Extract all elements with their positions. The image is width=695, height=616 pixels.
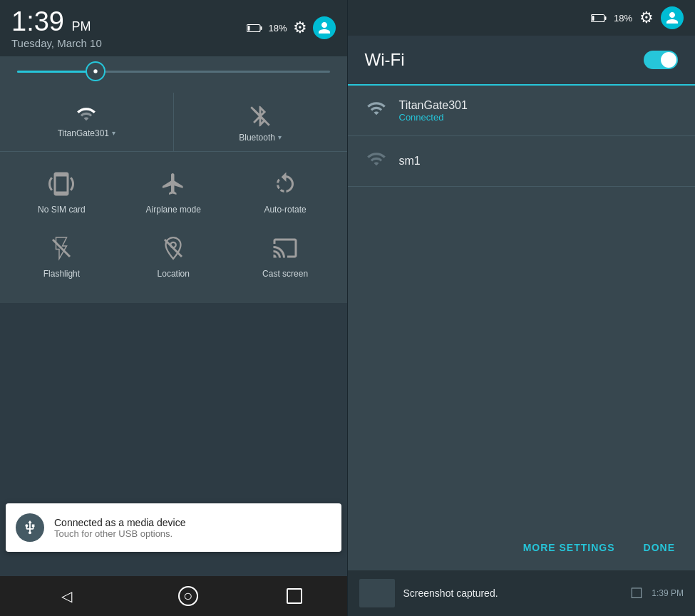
svg-rect-9 xyxy=(592,16,594,21)
notif-title: Connected as a media device xyxy=(54,517,331,528)
wifi-ssid: TitanGate301 xyxy=(58,128,109,138)
left-status-header: 1:39 PM Tuesday, March 10 18% ⚙ xyxy=(0,0,347,56)
wifi-toggle[interactable] xyxy=(644,51,678,69)
no-sim-label: No SIM card xyxy=(38,205,86,215)
network-titangate[interactable]: TitanGate301 Connected xyxy=(348,86,696,136)
sm1-wifi-icon xyxy=(365,149,388,173)
wifi-bt-row: TitanGate301 ▾ Bluetooth ▾ xyxy=(0,93,347,152)
recents-button[interactable]: □ xyxy=(287,588,302,604)
battery-icon xyxy=(247,24,262,33)
right-settings-icon[interactable]: ⚙ xyxy=(639,9,654,27)
airplane-icon xyxy=(158,169,188,199)
no-sim-icon xyxy=(46,169,76,199)
bt-label: Bluetooth ▾ xyxy=(239,133,282,143)
right-battery-icon xyxy=(591,14,607,23)
cast-icon xyxy=(270,233,300,263)
done-button[interactable]: DONE xyxy=(641,536,678,559)
screenshot-check-icon: ☐ xyxy=(630,585,643,602)
slider-fill xyxy=(17,71,96,73)
tile-airplane[interactable]: Airplane mode xyxy=(118,158,230,222)
titangate-status: Connected xyxy=(399,112,468,123)
screenshot-notification[interactable]: Screenshot captured. ☐ 1:39 PM xyxy=(348,570,696,616)
svg-rect-1 xyxy=(261,26,262,30)
airplane-label: Airplane mode xyxy=(146,205,201,215)
cast-label: Cast screen xyxy=(262,269,308,279)
screenshot-thumbnail xyxy=(359,579,395,607)
wifi-tile[interactable]: TitanGate301 ▾ xyxy=(0,93,174,151)
brightness-row xyxy=(0,56,347,87)
flashlight-icon xyxy=(46,233,76,263)
usb-notification[interactable]: Connected as a media device Touch for ot… xyxy=(6,503,341,552)
wifi-icon xyxy=(73,104,99,124)
titangate-wifi-icon xyxy=(365,98,388,123)
time-period: PM xyxy=(72,19,91,34)
quick-settings-panel: TitanGate301 ▾ Bluetooth ▾ xyxy=(0,87,347,303)
tile-no-sim[interactable]: No SIM card xyxy=(6,158,118,222)
more-settings-button[interactable]: MORE SETTINGS xyxy=(520,536,618,559)
battery-pct: 18% xyxy=(268,23,287,34)
wifi-header: Wi-Fi xyxy=(348,36,696,86)
titangate-name: TitanGate301 xyxy=(399,99,468,112)
date-text: Tuesday, March 10 xyxy=(11,37,102,49)
time-display: 1:39 PM xyxy=(11,7,102,37)
time-block: 1:39 PM Tuesday, March 10 xyxy=(0,0,113,56)
toggle-thumb xyxy=(661,52,676,68)
slider-track xyxy=(17,71,330,73)
slider-thumb[interactable] xyxy=(86,61,105,81)
left-panel: 1:39 PM Tuesday, March 10 18% ⚙ xyxy=(0,0,347,616)
wifi-bottom-buttons: MORE SETTINGS DONE xyxy=(348,525,696,570)
screenshot-text: Screenshot captured. xyxy=(403,587,622,599)
brightness-icon xyxy=(90,66,101,77)
screenshot-time: 1:39 PM xyxy=(652,588,684,598)
brightness-slider[interactable] xyxy=(17,71,330,73)
wifi-label: TitanGate301 ▾ xyxy=(58,128,115,138)
tile-flashlight[interactable]: Flashlight xyxy=(6,222,118,286)
avatar[interactable] xyxy=(313,16,336,39)
screenshot-title: Screenshot captured. xyxy=(403,587,622,599)
wifi-chevron: ▾ xyxy=(112,129,115,137)
autorotate-icon xyxy=(270,169,300,199)
network-list: TitanGate301 Connected sm1 xyxy=(348,86,696,525)
bt-text: Bluetooth xyxy=(239,133,275,143)
time-hour: 1:39 xyxy=(11,6,64,36)
svg-rect-8 xyxy=(604,16,606,20)
tile-location[interactable]: Location xyxy=(118,222,230,286)
location-icon xyxy=(158,233,188,263)
tile-cast[interactable]: Cast screen xyxy=(230,222,341,286)
usb-notification-text: Connected as a media device Touch for ot… xyxy=(54,517,331,539)
right-status-bar: 18% ⚙ xyxy=(348,0,696,36)
right-battery-pct: 18% xyxy=(614,13,632,24)
tile-autorotate[interactable]: Auto-rotate xyxy=(230,158,341,222)
titangate-info: TitanGate301 Connected xyxy=(399,99,468,123)
right-panel: 18% ⚙ Wi-Fi TitanGate301 Connected xyxy=(348,0,696,616)
bt-chevron: ▾ xyxy=(278,133,282,141)
autorotate-label: Auto-rotate xyxy=(264,205,306,215)
settings-gear-icon[interactable]: ⚙ xyxy=(293,19,307,37)
right-avatar[interactable] xyxy=(661,6,684,29)
svg-point-3 xyxy=(93,70,97,73)
sm1-name: sm1 xyxy=(399,155,421,168)
flashlight-label: Flashlight xyxy=(43,269,80,279)
wifi-title: Wi-Fi xyxy=(365,50,405,70)
tile-grid: No SIM card Airplane mode Auto-rotate xyxy=(0,152,347,292)
bluetooth-tile[interactable]: Bluetooth ▾ xyxy=(174,93,347,151)
home-button[interactable]: ○ xyxy=(178,586,198,606)
svg-rect-2 xyxy=(248,26,250,31)
sm1-info: sm1 xyxy=(399,155,421,168)
usb-icon xyxy=(16,513,44,542)
nav-bar: ◁ ○ □ xyxy=(0,576,347,616)
location-label: Location xyxy=(158,269,190,279)
back-button[interactable]: ◁ xyxy=(44,582,89,610)
network-sm1[interactable]: sm1 xyxy=(348,136,696,187)
notif-subtitle: Touch for other USB options. xyxy=(54,528,331,539)
bluetooth-icon xyxy=(248,104,272,128)
